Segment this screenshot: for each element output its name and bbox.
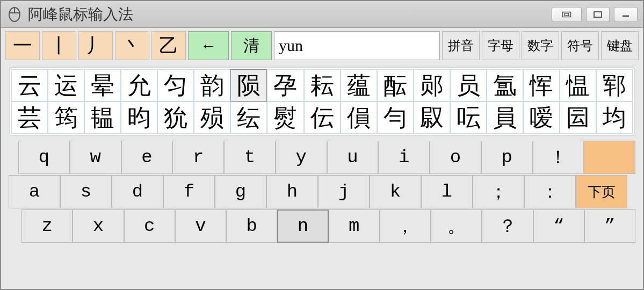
key-z[interactable]: z	[21, 209, 73, 243]
svg-rect-1	[563, 12, 571, 17]
app-icon	[6, 6, 23, 23]
minimize-button[interactable]	[614, 7, 638, 22]
key-period[interactable]: 。	[431, 209, 482, 243]
key-quote-open[interactable]: “	[533, 209, 584, 243]
candidate-cell[interactable]: 狁	[157, 102, 194, 134]
candidate-cell[interactable]: 陨	[230, 69, 267, 102]
backspace-button[interactable]: ←	[188, 31, 229, 60]
candidate-cell[interactable]: 酝	[377, 69, 414, 102]
candidate-cell[interactable]: 熨	[267, 102, 303, 134]
candidate-cell[interactable]: 伝	[304, 102, 341, 134]
key-u[interactable]: u	[327, 141, 379, 174]
key-r[interactable]: r	[172, 141, 224, 174]
candidate-cell[interactable]: 囩	[560, 102, 596, 134]
mode-pinyin-button[interactable]: 拼音	[442, 31, 480, 60]
candidate-cell[interactable]: 韫	[84, 102, 121, 134]
key-m[interactable]: m	[329, 209, 380, 243]
candidate-cell[interactable]: 郧	[414, 69, 450, 102]
window-controls	[552, 7, 638, 22]
candidate-cell[interactable]: 昀	[121, 102, 157, 134]
pinyin-input[interactable]	[274, 31, 440, 60]
key-l[interactable]: l	[421, 175, 473, 208]
stroke-dian-button[interactable]: 丶	[115, 31, 149, 60]
key-h[interactable]: h	[266, 175, 318, 208]
app-title: 阿峰鼠标输入法	[28, 4, 552, 25]
candidate-cell[interactable]: 晕	[84, 69, 121, 102]
maximize-button[interactable]	[586, 7, 610, 22]
candidate-cell[interactable]: 筠	[48, 102, 84, 134]
key-a[interactable]: a	[9, 175, 60, 208]
candidate-cell[interactable]: 殒	[194, 102, 230, 134]
key-c[interactable]: c	[124, 209, 175, 243]
keyboard-row-2: a s d f g h j k l ； ： 下页	[9, 175, 635, 208]
stroke-pie-button[interactable]: 丿	[78, 31, 113, 60]
candidate-cell[interactable]: 愠	[560, 69, 596, 102]
svg-rect-3	[594, 12, 602, 17]
key-semicolon[interactable]: ；	[473, 175, 524, 208]
key-b[interactable]: b	[226, 209, 277, 243]
candidate-cell[interactable]: 匀	[157, 69, 194, 102]
candidate-cell[interactable]: 均	[596, 102, 633, 134]
candidate-cell[interactable]: 员	[450, 69, 487, 102]
key-blank-orange[interactable]	[584, 141, 635, 174]
candidate-cell[interactable]: 嗳	[523, 102, 560, 134]
key-i[interactable]: i	[378, 141, 430, 174]
stroke-heng-button[interactable]: 一	[5, 31, 40, 60]
candidate-cell[interactable]: 韵	[194, 69, 230, 102]
key-next-page[interactable]: 下页	[576, 175, 627, 208]
key-question[interactable]: ？	[482, 209, 533, 243]
candidate-cell[interactable]: 傊	[341, 102, 377, 134]
key-colon[interactable]: ：	[524, 175, 576, 208]
candidate-cell[interactable]: 蕴	[341, 69, 377, 102]
key-v[interactable]: v	[175, 209, 226, 243]
key-e[interactable]: e	[121, 141, 173, 174]
candidate-cell[interactable]: 允	[121, 69, 157, 102]
key-o[interactable]: o	[430, 141, 481, 174]
key-t[interactable]: t	[224, 141, 276, 174]
mode-letter-button[interactable]: 字母	[482, 31, 519, 60]
key-n[interactable]: n	[277, 209, 328, 243]
key-y[interactable]: y	[276, 141, 327, 174]
candidate-cell[interactable]: 芸	[11, 102, 48, 134]
key-exclaim[interactable]: ！	[533, 141, 584, 174]
candidate-row-2: 芸 筠 韫 昀 狁 殒 纭 熨 伝 傊 勻 叞 呍 員 嗳 囩 均	[11, 102, 633, 134]
svg-rect-2	[565, 13, 569, 16]
candidate-cell[interactable]: 恽	[523, 69, 560, 102]
key-quote-close[interactable]: ”	[584, 209, 635, 243]
onscreen-keyboard: q w e r t y u i o p ！ a s d f g h j k l …	[1, 139, 643, 248]
candidate-cell[interactable]: 員	[487, 102, 523, 134]
mode-keyboard-button[interactable]: 键盘	[601, 31, 639, 60]
keyboard-row-3: z x c v b n m ， 。 ？ “ ”	[9, 209, 635, 243]
key-w[interactable]: w	[70, 141, 121, 174]
app-window: 阿峰鼠标输入法 一 丨 丿 丶 乙 ← 清 拼音 字母 数字 符号 键盘 云	[0, 0, 644, 290]
key-s[interactable]: s	[60, 175, 112, 208]
key-q[interactable]: q	[18, 141, 70, 174]
candidate-cell[interactable]: 勻	[377, 102, 414, 134]
key-f[interactable]: f	[163, 175, 215, 208]
candidate-cell[interactable]: 氲	[487, 69, 523, 102]
stroke-zhe-button[interactable]: 乙	[151, 31, 186, 60]
candidate-cell[interactable]: 郓	[596, 69, 633, 102]
clear-button[interactable]: 清	[231, 31, 272, 60]
key-comma[interactable]: ，	[380, 209, 431, 243]
mode-number-button[interactable]: 数字	[522, 31, 559, 60]
key-p[interactable]: p	[481, 141, 533, 174]
candidate-cell[interactable]: 呍	[450, 102, 487, 134]
candidate-row-1: 云 运 晕 允 匀 韵 陨 孕 耘 蕴 酝 郧 员 氲 恽 愠 郓	[11, 69, 633, 102]
candidate-cell[interactable]: 耘	[304, 69, 341, 102]
key-d[interactable]: d	[112, 175, 163, 208]
fullscreen-button[interactable]	[552, 7, 582, 22]
candidate-cell[interactable]: 运	[48, 69, 84, 102]
titlebar: 阿峰鼠标输入法	[1, 1, 643, 28]
candidate-cell[interactable]: 叞	[414, 102, 450, 134]
key-x[interactable]: x	[73, 209, 124, 243]
key-j[interactable]: j	[318, 175, 370, 208]
candidate-cell[interactable]: 云	[11, 69, 48, 102]
mode-symbol-button[interactable]: 符号	[561, 31, 599, 60]
key-g[interactable]: g	[215, 175, 266, 208]
candidate-cell[interactable]: 纭	[230, 102, 267, 134]
candidate-panel: 云 运 晕 允 匀 韵 陨 孕 耘 蕴 酝 郧 员 氲 恽 愠 郓 芸 筠 韫 …	[10, 68, 634, 135]
stroke-shu-button[interactable]: 丨	[42, 31, 76, 60]
candidate-cell[interactable]: 孕	[267, 69, 303, 102]
key-k[interactable]: k	[370, 175, 421, 208]
